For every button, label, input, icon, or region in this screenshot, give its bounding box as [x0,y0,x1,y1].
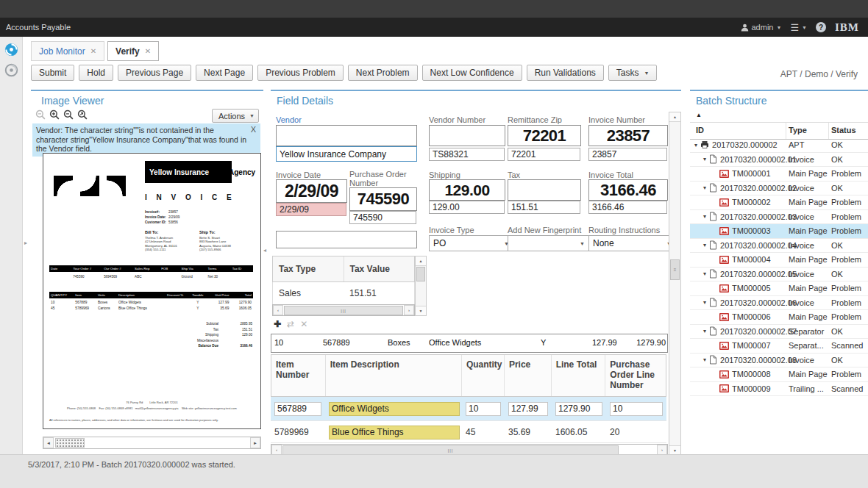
batch-row[interactable]: TM000001Main PageProblem [690,167,868,182]
invoice-type-select[interactable]: PO ▼ [429,235,513,251]
workspace-icon-inactive[interactable] [4,63,18,77]
scroll-down-arrow[interactable]: ▼ [416,306,426,315]
col-status[interactable]: Status [831,126,856,134]
scroll-left-arrow[interactable]: ‹ [271,445,282,455]
tree-caret-down-icon[interactable]: ▾ [703,328,706,334]
actions-button[interactable]: Actions ▼ [212,109,259,123]
tasks-button[interactable]: Tasks ▼ [608,65,658,81]
revert-row-icon[interactable]: ⇄ [287,319,294,329]
zoom-in-icon[interactable] [49,110,60,121]
tree-caret-down-icon[interactable]: ▾ [703,156,706,162]
batch-row[interactable]: TM000005Main PageProblem [690,281,868,296]
batch-row[interactable]: TM000002Main PageProblem [690,195,868,210]
panel-expand-arrow-left[interactable]: ▸ [24,240,27,246]
scrollbar-thumb[interactable] [55,438,85,448]
batch-row[interactable]: TM000004Main PageProblem [690,253,868,268]
routing-select[interactable]: None ▼ [588,235,676,251]
tree-caret-down-icon[interactable]: ▾ [703,299,706,306]
user-menu[interactable]: admin ▼ [741,23,782,32]
scroll-up-arrow[interactable]: ▲ [669,112,680,122]
toolbar-button-next-page[interactable]: Next Page [196,65,253,81]
batch-row[interactable]: ▾20170320.000002.04InvoiceOK [690,239,868,254]
batch-row[interactable]: ▾20170320.000002.03InvoiceProblem [690,210,868,225]
batch-row[interactable]: ▾20170320.000002.06InvoiceProblem [690,296,868,311]
toolbar-button-next-low-confidence[interactable]: Next Low Confidence [422,65,522,81]
fingerprint-select[interactable]: ▼ [508,235,589,251]
scrollbar-thumb[interactable]: ||| [284,306,403,315]
zoom-actual-size-icon[interactable] [35,110,46,121]
scroll-right-arrow[interactable]: ► [250,437,260,448]
tree-caret-down-icon[interactable]: ▾ [703,242,706,248]
scroll-right-arrow[interactable]: › [657,445,667,455]
toolbar-button-previous-page[interactable]: Previous Page [118,65,191,81]
close-icon[interactable]: X [251,125,256,134]
batch-row[interactable]: ▾20170320.000002.02InvoiceOK [690,182,868,196]
tax-table-vscrollbar[interactable]: ▲ ▼ [415,256,427,316]
toolbar-button-next-problem[interactable]: Next Problem [348,65,418,81]
batch-row[interactable]: ▾20170320.000002.08InvoiceOK [690,354,868,368]
toolbar-button-run-validations[interactable]: Run Validations [527,65,604,81]
tree-caret-down-icon[interactable]: ▾ [703,184,706,191]
close-icon[interactable]: ✕ [145,47,151,55]
tree-caret-down-icon[interactable]: ▾ [703,270,706,277]
zoom-region-icon[interactable] [77,110,88,121]
zoom-out-icon[interactable] [63,110,74,121]
tab-verify[interactable]: Verify ✕ [107,41,159,61]
tree-caret-down-icon[interactable]: ▾ [694,142,697,148]
batch-row[interactable]: TM000007Separat...Scanned [690,339,868,354]
panel-vscrollbar[interactable]: ▲ ≡ ▼ [669,112,681,456]
batch-row[interactable]: ▾20170320.000002.05InvoiceOK [690,268,868,282]
batch-row[interactable]: ▾20170320.000002APTOK [690,138,868,153]
line-item-row[interactable] [271,397,666,421]
extra-field-input[interactable] [276,231,417,248]
po-number-input[interactable] [349,211,416,224]
shipping-input[interactable] [429,201,505,214]
tree-caret-down-icon[interactable]: ▾ [703,356,706,363]
remittance-zip-input[interactable] [508,148,580,161]
toolbar-button-hold[interactable]: Hold [79,65,113,81]
batch-row[interactable]: ▾20170320.000002.07SeparatorOK [690,325,868,340]
toolbar-button-previous-problem[interactable]: Previous Problem [257,65,344,81]
grid-desc-input[interactable] [329,426,460,439]
batch-row[interactable]: TM000008Main PageProblem [690,367,868,382]
scroll-left-arrow[interactable]: ◄ [43,437,54,448]
batch-row[interactable]: TM000006Main PageProblem [690,310,868,325]
tab-job-monitor[interactable]: Job Monitor ✕ [31,41,104,61]
add-row-icon[interactable]: ✚ [274,319,281,329]
scrollbar-thumb[interactable]: ≡ [670,259,680,280]
invoice-date-input[interactable] [276,203,346,216]
grid-item-input[interactable] [274,402,321,416]
vendor-number-input[interactable] [429,148,505,161]
line-item-row[interactable]: 57899694535.691606.0520 [271,422,666,443]
batch-row[interactable]: TM000009Trailing ...Scanned [690,382,868,397]
delete-row-icon[interactable]: ✕ [300,319,307,329]
batch-row[interactable]: ▾20170320.000002.01InvoiceOK [690,153,868,168]
close-icon[interactable]: ✕ [90,47,96,55]
scroll-up-arrow[interactable]: ▲ [416,256,426,266]
tax-input[interactable] [508,201,580,214]
image-hscrollbar[interactable]: ◄ ► [43,437,261,449]
scroll-right-arrow[interactable]: › [404,305,414,315]
col-id[interactable]: ID [696,126,704,134]
tree-caret-down-icon[interactable]: ▾ [703,213,706,220]
scroll-left-arrow[interactable]: ‹ [273,305,283,315]
grid-desc-input[interactable] [329,402,460,416]
sort-asc-icon[interactable]: ▲ [696,112,702,118]
workspace-icon-active[interactable] [4,43,18,57]
col-type[interactable]: Type [789,126,807,134]
vendor-input[interactable] [276,146,417,162]
tax-table-row[interactable]: Sales151.51 [273,282,414,305]
grid-price-input[interactable] [508,402,548,416]
help-icon[interactable]: ? [816,22,826,32]
batch-row[interactable]: TM000003Main PageProblem [690,224,868,239]
grid-po-line-input[interactable] [610,402,663,416]
scrollbar-thumb[interactable] [416,267,425,281]
main-menu[interactable]: ☰ ▼ [790,22,807,33]
panel-collapse-arrow[interactable]: ◂ [263,247,266,254]
invoice-number-input[interactable] [588,148,667,161]
grid-total-input[interactable] [555,402,602,416]
grid-qty-input[interactable] [466,402,501,416]
toolbar-button-submit[interactable]: Submit [31,65,74,81]
invoice-total-input[interactable] [588,201,667,214]
invoice-document-image[interactable]: Yellow Insurance Agency I N V O I C E In… [43,153,261,429]
